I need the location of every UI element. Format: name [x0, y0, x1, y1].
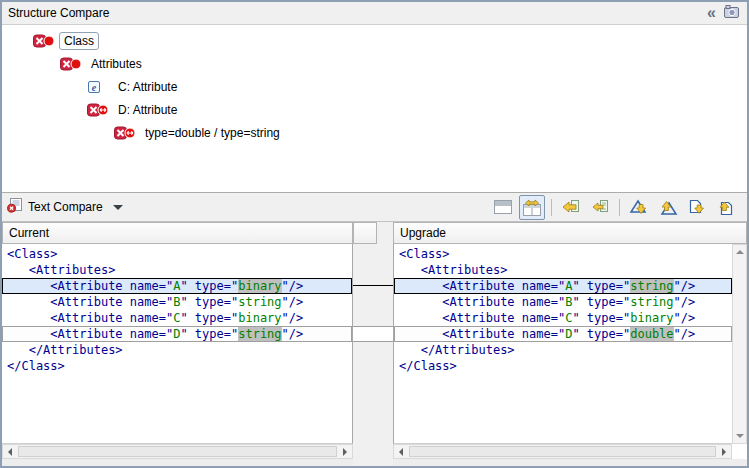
tree-item[interactable]: type=double / type=string — [2, 121, 747, 144]
diff-connector[interactable] — [353, 326, 393, 342]
diff-circle-icon — [33, 34, 55, 48]
scroll-right-arrow[interactable] — [717, 445, 731, 458]
diff-code-line[interactable]: <Attribute name="A" type="string"/> — [394, 278, 732, 294]
code-line[interactable]: </Class> — [2, 358, 352, 374]
code-line[interactable]: <Attribute name="B" type="string"/> — [394, 294, 732, 310]
diff-code-line[interactable]: <Attribute name="A" type="binary"/> — [2, 278, 352, 294]
right-code-area[interactable]: <Class> <Attributes> <Attribute name="A"… — [393, 244, 732, 444]
svg-text:e: e — [92, 81, 97, 92]
chevron-down-icon — [113, 205, 123, 215]
tree-item[interactable]: Attributes — [2, 52, 747, 75]
previous-difference-button[interactable] — [655, 195, 681, 220]
collapse-chevrons-icon[interactable]: « — [707, 6, 716, 20]
scroll-thumb[interactable] — [18, 446, 337, 457]
copy-current-right-to-left-button[interactable] — [587, 195, 613, 220]
code-line[interactable]: <Class> — [394, 246, 732, 262]
toolbar-separator — [551, 199, 552, 216]
tree-item[interactable]: eC: Attribute — [2, 75, 747, 98]
text-compare-body: Current <Class> <Attributes> <Attribute … — [2, 222, 747, 466]
split-view-button[interactable] — [490, 195, 516, 220]
left-pane-title: Current — [9, 226, 49, 240]
scroll-left-arrow[interactable] — [394, 445, 408, 458]
diff-circle-icon — [60, 57, 82, 71]
text-compare-icon — [7, 198, 22, 217]
tree-item[interactable]: D: Attribute — [2, 98, 747, 121]
code-line[interactable]: <Attribute name="C" type="binary"/> — [2, 310, 352, 326]
text-compare-toolbar — [490, 195, 742, 220]
left-code-area[interactable]: <Class> <Attributes> <Attribute name="A"… — [2, 244, 353, 444]
next-change-button[interactable] — [684, 195, 710, 220]
scroll-down-arrow[interactable] — [733, 429, 746, 443]
toolbar-separator — [619, 199, 620, 216]
next-difference-button[interactable] — [626, 195, 652, 220]
diff-connector-strip — [353, 222, 393, 466]
center-strip-header — [353, 222, 377, 244]
next-change-icon — [687, 199, 707, 216]
previous-difference-icon — [658, 199, 678, 216]
right-horizontal-scrollbar[interactable] — [393, 444, 732, 459]
scroll-up-arrow[interactable] — [733, 245, 746, 259]
swap-panes-icon — [523, 199, 541, 216]
scroll-track[interactable] — [17, 445, 338, 458]
right-pane-header: Upgrade — [393, 222, 747, 244]
right-vertical-scrollbar[interactable] — [732, 244, 747, 444]
code-line[interactable]: <Attribute name="C" type="binary"/> — [394, 310, 732, 326]
code-line[interactable]: <Attribute name="B" type="string"/> — [2, 294, 352, 310]
code-line[interactable]: </Attributes> — [2, 342, 352, 358]
scroll-track[interactable] — [408, 445, 717, 458]
diff-code-line[interactable]: <Attribute name="D" type="double"/> — [394, 326, 732, 342]
code-line[interactable]: <Class> — [2, 246, 352, 262]
scroll-track[interactable] — [733, 259, 746, 429]
code-line[interactable]: <Attributes> — [394, 262, 732, 278]
bottom-filler — [2, 459, 353, 466]
next-difference-icon — [629, 199, 649, 216]
tree-item-label: type=double / type=string — [140, 124, 285, 142]
selected-diff-connector[interactable] — [353, 285, 393, 286]
code-line[interactable]: <Attributes> — [2, 262, 352, 278]
right-pane-title: Upgrade — [400, 226, 446, 240]
camera-icon[interactable] — [724, 4, 739, 22]
text-compare-title: Text Compare — [28, 200, 103, 214]
bottom-filler — [393, 459, 747, 466]
copy-all-right-to-left-icon — [562, 199, 580, 215]
tree-item-label: Class — [59, 32, 99, 50]
right-pane: Upgrade <Class> <Attributes> <Attribute … — [393, 222, 747, 466]
diff-code-line[interactable]: <Attribute name="D" type="string"/> — [2, 326, 352, 342]
left-pane: Current <Class> <Attributes> <Attribute … — [2, 222, 353, 466]
structure-compare-header: Structure Compare « — [2, 2, 747, 25]
copy-current-right-to-left-icon — [591, 199, 609, 215]
tree-item-label: C: Attribute — [113, 78, 182, 96]
structure-compare-title: Structure Compare — [8, 6, 109, 20]
xml-element-icon: e — [87, 80, 109, 94]
diff-arrows-icon — [87, 103, 109, 117]
left-pane-header: Current — [2, 222, 353, 244]
compare-editor-window: Structure Compare « ClassAttributeseC: A… — [0, 0, 749, 468]
tree-item[interactable]: Class — [2, 29, 747, 52]
tree-item-label: D: Attribute — [113, 101, 182, 119]
text-compare-header: Text Compare — [2, 192, 747, 222]
split-view-icon — [494, 200, 512, 214]
code-line[interactable]: </Attributes> — [394, 342, 732, 358]
scroll-right-arrow[interactable] — [338, 445, 352, 458]
swap-panes-button[interactable] — [519, 195, 545, 220]
diff-arrows-icon — [114, 126, 136, 140]
structure-compare-tree: ClassAttributeseC: AttributeD: Attribute… — [2, 25, 747, 144]
previous-change-button[interactable] — [713, 195, 739, 220]
viewer-switch-button[interactable]: Text Compare — [7, 198, 123, 217]
left-horizontal-scrollbar[interactable] — [2, 444, 353, 459]
scroll-thumb[interactable] — [409, 446, 716, 457]
copy-all-right-to-left-button[interactable] — [558, 195, 584, 220]
code-line[interactable]: </Class> — [394, 358, 732, 374]
previous-change-icon — [716, 199, 736, 216]
tree-item-label: Attributes — [86, 55, 147, 73]
structure-compare-pane: Structure Compare « ClassAttributeseC: A… — [2, 2, 747, 192]
scroll-left-arrow[interactable] — [3, 445, 17, 458]
